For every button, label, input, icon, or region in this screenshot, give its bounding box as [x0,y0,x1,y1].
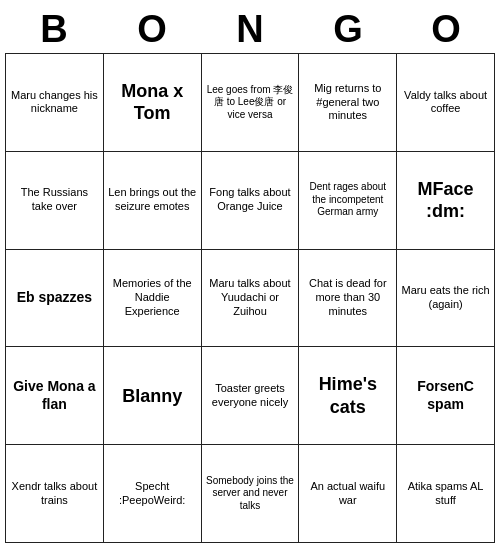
bingo-cell-8[interactable]: Dent rages about the incompetent German … [299,152,397,250]
bingo-cell-2[interactable]: Lee goes from 李俊唐 to Lee俊唐 or vice versa [202,54,300,152]
bingo-cell-14[interactable]: Maru eats the rich (again) [397,250,495,348]
letter-b: B [9,8,99,51]
bingo-cell-13[interactable]: Chat is dead for more than 30 minutes [299,250,397,348]
letter-n: N [205,8,295,51]
bingo-cell-7[interactable]: Fong talks about Orange Juice [202,152,300,250]
bingo-cell-17[interactable]: Toaster greets everyone nicely [202,347,300,445]
bingo-cell-5[interactable]: The Russians take over [6,152,104,250]
letter-o1: O [107,8,197,51]
bingo-cell-9[interactable]: MFace :dm: [397,152,495,250]
bingo-cell-3[interactable]: Mig returns to #general two minutes [299,54,397,152]
bingo-header: B O N G O [5,8,495,51]
bingo-cell-22[interactable]: Somebody joins the server and never talk… [202,445,300,543]
bingo-grid: Maru changes his nicknameMona x TomLee g… [5,53,495,543]
bingo-cell-24[interactable]: Atika spams AL stuff [397,445,495,543]
letter-o2: O [401,8,491,51]
bingo-cell-12[interactable]: Maru talks about Yuudachi or Zuihou [202,250,300,348]
letter-g: G [303,8,393,51]
bingo-cell-21[interactable]: Specht :PeepoWeird: [104,445,202,543]
bingo-cell-4[interactable]: Valdy talks about coffee [397,54,495,152]
bingo-cell-15[interactable]: Give Mona a flan [6,347,104,445]
bingo-cell-23[interactable]: An actual waifu war [299,445,397,543]
bingo-cell-0[interactable]: Maru changes his nickname [6,54,104,152]
bingo-card: B O N G O Maru changes his nicknameMona … [5,8,495,543]
bingo-cell-1[interactable]: Mona x Tom [104,54,202,152]
bingo-cell-11[interactable]: Memories of the Naddie Experience [104,250,202,348]
bingo-cell-19[interactable]: ForsenC spam [397,347,495,445]
bingo-cell-6[interactable]: Len brings out the seizure emotes [104,152,202,250]
bingo-cell-16[interactable]: Blanny [104,347,202,445]
bingo-cell-20[interactable]: Xendr talks about trains [6,445,104,543]
bingo-cell-10[interactable]: Eb spazzes [6,250,104,348]
bingo-cell-18[interactable]: Hime's cats [299,347,397,445]
